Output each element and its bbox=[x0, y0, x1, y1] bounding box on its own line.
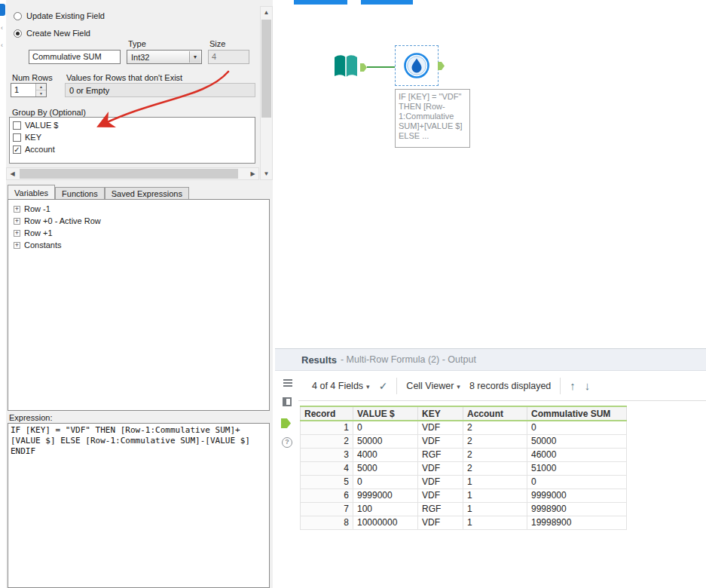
expand-icon[interactable]: + bbox=[14, 242, 20, 249]
table-row[interactable]: 810000000VDF119998900 bbox=[301, 516, 627, 529]
table-cell: 0 bbox=[353, 475, 418, 488]
table-cell: 0 bbox=[527, 475, 627, 488]
scrollbar-thumb[interactable] bbox=[261, 20, 271, 118]
group-by-list[interactable]: VALUE $KEY✓Account bbox=[9, 117, 255, 164]
tree-item-label: Row +0 - Active Row bbox=[24, 216, 101, 225]
column-header[interactable]: KEY bbox=[418, 406, 463, 421]
field-name-input[interactable]: Commulative SUM bbox=[29, 50, 121, 64]
radio-create-new-field[interactable]: Create New Field bbox=[14, 28, 90, 38]
tab-saved-expressions[interactable]: Saved Expressions bbox=[105, 187, 189, 199]
type-dropdown-value: Int32 bbox=[131, 53, 149, 62]
table-cell: 10000000 bbox=[353, 516, 418, 529]
table-cell: VDF bbox=[418, 475, 463, 488]
results-title: Results bbox=[301, 354, 337, 366]
fields-dropdown-label: 4 of 4 Fields bbox=[312, 381, 363, 391]
tree-item[interactable]: +Row +0 - Active Row bbox=[10, 215, 267, 227]
checkbox-icon[interactable] bbox=[13, 121, 21, 130]
cell-viewer-label: Cell Viewer bbox=[406, 381, 454, 391]
cell-viewer-dropdown[interactable]: Cell Viewer▾ bbox=[406, 381, 460, 391]
scrollbar-thumb[interactable] bbox=[20, 169, 238, 179]
table-cell: 4 bbox=[301, 461, 353, 475]
scroll-bottom-button[interactable]: ↓ bbox=[585, 379, 591, 392]
table-cell: 1 bbox=[463, 502, 527, 516]
apply-check-icon[interactable]: ✓ bbox=[379, 380, 388, 392]
radio-icon[interactable] bbox=[14, 12, 22, 20]
connection-line[interactable] bbox=[367, 66, 395, 68]
table-cell: VDF bbox=[418, 461, 463, 475]
checkbox-label: KEY bbox=[25, 133, 41, 142]
table-row[interactable]: 50VDF10 bbox=[301, 475, 627, 488]
table-cell: 5000 bbox=[353, 461, 418, 475]
stepper-up-icon[interactable]: ▲ bbox=[36, 84, 46, 90]
output-anchor[interactable] bbox=[438, 62, 445, 70]
help-icon[interactable]: ? bbox=[282, 437, 292, 448]
expand-icon[interactable]: + bbox=[14, 218, 20, 225]
size-input: 4 bbox=[208, 50, 249, 64]
table-row[interactable]: 250000VDF250000 bbox=[301, 434, 627, 448]
radio-update-existing-field[interactable]: Update Existing Field bbox=[14, 11, 105, 21]
column-header[interactable]: Commulative SUM bbox=[527, 406, 627, 421]
fields-dropdown[interactable]: 4 of 4 Fields▾ bbox=[312, 381, 370, 391]
group-by-item[interactable]: VALUE $ bbox=[13, 119, 252, 131]
group-by-item[interactable]: ✓Account bbox=[13, 143, 252, 155]
stepper-down-icon[interactable]: ▼ bbox=[36, 90, 46, 96]
table-cell: 19998900 bbox=[527, 516, 627, 529]
tab-functions[interactable]: Functions bbox=[55, 187, 105, 199]
tool-annotation[interactable]: IF [KEY] = "VDF" THEN [Row-1:Commulative… bbox=[395, 89, 470, 148]
table-cell: 46000 bbox=[527, 448, 627, 461]
scroll-down-icon[interactable]: ▼ bbox=[261, 168, 272, 179]
results-table-head-row: RecordVALUE $KEYAccountCommulative SUM bbox=[301, 406, 627, 421]
num-rows-value[interactable]: 1 bbox=[11, 84, 35, 96]
panel-indicator[interactable] bbox=[0, 4, 5, 16]
radio-icon-selected[interactable] bbox=[14, 29, 22, 38]
scroll-left-icon[interactable]: ◀ bbox=[7, 168, 18, 179]
table-row[interactable]: 69999000VDF19999000 bbox=[301, 488, 627, 502]
variables-tree[interactable]: +Row -1+Row +0 - Active Row+Row +1+Const… bbox=[8, 199, 270, 411]
table-row[interactable]: 10VDF20 bbox=[301, 421, 627, 434]
checkbox-icon[interactable] bbox=[13, 133, 21, 142]
expand-icon[interactable]: + bbox=[14, 230, 20, 237]
group-by-item[interactable]: KEY bbox=[13, 131, 252, 143]
toolbar-fragment bbox=[361, 0, 413, 5]
expression-editor[interactable]: IF [KEY] = "VDF" THEN [Row-1:Commulative… bbox=[8, 423, 270, 588]
toolbar-separator bbox=[396, 378, 397, 394]
column-header[interactable]: Account bbox=[463, 406, 527, 421]
type-label: Type bbox=[128, 39, 146, 48]
scroll-right-icon[interactable]: ▶ bbox=[247, 168, 258, 179]
table-cell: VDF bbox=[418, 434, 463, 448]
table-cell: 9998900 bbox=[527, 502, 627, 516]
table-cell: 0 bbox=[353, 421, 418, 434]
vertical-scrollbar[interactable]: ▲ ▼ bbox=[260, 6, 273, 180]
table-row[interactable]: 7100RGF19998900 bbox=[301, 502, 627, 516]
text-input-tool[interactable] bbox=[331, 52, 361, 82]
tree-item[interactable]: +Constants bbox=[10, 239, 267, 251]
output-anchor[interactable] bbox=[360, 63, 367, 72]
horizontal-scrollbar[interactable]: ◀ ▶ bbox=[6, 167, 259, 180]
chevron-down-icon[interactable]: ▾ bbox=[189, 51, 200, 63]
table-row[interactable]: 34000RGF246000 bbox=[301, 448, 627, 461]
column-header[interactable]: Record bbox=[301, 406, 353, 421]
output-data-icon[interactable] bbox=[281, 418, 291, 428]
checkbox-icon[interactable]: ✓ bbox=[13, 145, 21, 154]
column-header[interactable]: VALUE $ bbox=[353, 406, 418, 421]
table-cell: 9999000 bbox=[353, 488, 418, 502]
metadata-view-icon[interactable] bbox=[283, 397, 292, 406]
list-view-icon[interactable] bbox=[283, 379, 292, 381]
table-row[interactable]: 45000VDF251000 bbox=[301, 461, 627, 475]
tree-item[interactable]: +Row +1 bbox=[10, 227, 267, 239]
type-dropdown[interactable]: Int32 ▾ bbox=[127, 50, 202, 64]
num-rows-stepper[interactable]: 1 ▲ ▼ bbox=[11, 83, 47, 97]
table-cell: 6 bbox=[301, 488, 353, 502]
scroll-up-icon[interactable]: ▲ bbox=[261, 7, 272, 18]
table-cell: 51000 bbox=[527, 461, 627, 475]
scroll-top-button[interactable]: ↑ bbox=[570, 379, 576, 392]
table-cell: 5 bbox=[301, 475, 353, 488]
expression-label: Expression: bbox=[9, 413, 52, 422]
tree-item-label: Constants bbox=[24, 240, 62, 250]
multi-row-formula-tool[interactable] bbox=[395, 45, 439, 86]
toolbar-fragment bbox=[294, 0, 347, 5]
expand-icon[interactable]: + bbox=[14, 206, 20, 213]
tab-variables[interactable]: Variables bbox=[8, 185, 55, 199]
results-toolbar: 4 of 4 Fields▾ ✓ Cell Viewer▾ 8 records … bbox=[298, 371, 706, 401]
tree-item[interactable]: +Row -1 bbox=[10, 203, 267, 215]
